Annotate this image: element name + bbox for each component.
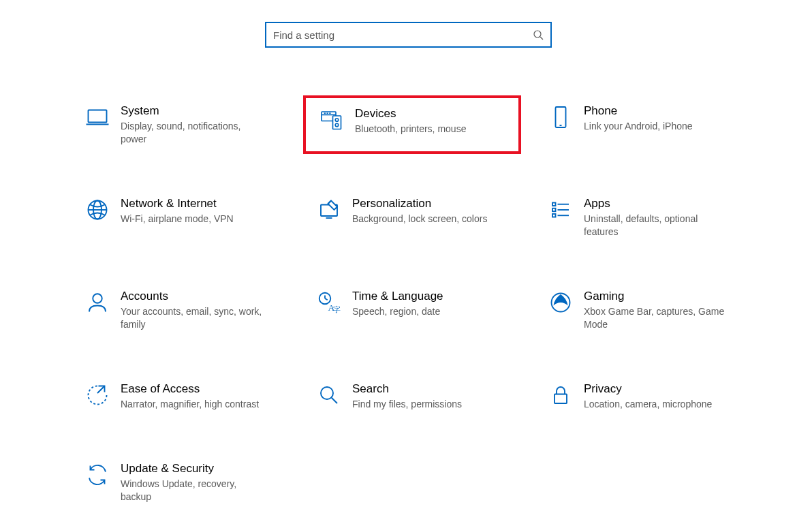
tile-personalization[interactable]: Personalization Background, lock screen,… [303, 188, 521, 247]
tile-desc: Display, sound, notifications, power [121, 120, 264, 146]
tile-system[interactable]: System Display, sound, notifications, po… [72, 95, 290, 154]
gaming-icon [542, 289, 580, 315]
tile-title: Ease of Access [121, 382, 281, 397]
tile-title: Time & Language [352, 289, 513, 304]
tile-accounts[interactable]: Accounts Your accounts, email, sync, wor… [72, 281, 290, 339]
tile-desc: Background, lock screen, colors [352, 213, 495, 226]
settings-grid: System Display, sound, notifications, po… [72, 95, 753, 511]
ease-of-access-icon [78, 382, 116, 407]
tile-update-security[interactable]: Update & Security Windows Update, recove… [72, 453, 290, 511]
tile-title: Accounts [121, 289, 281, 304]
svg-rect-24 [552, 214, 556, 217]
time-language-icon: A 字 [310, 289, 348, 315]
search-bar[interactable] [265, 22, 552, 48]
svg-rect-2 [89, 110, 107, 123]
svg-point-34 [321, 387, 333, 399]
svg-line-33 [97, 386, 105, 394]
tile-gaming[interactable]: Gaming Xbox Game Bar, captures, Game Mod… [535, 281, 753, 339]
svg-rect-20 [552, 203, 556, 206]
tile-desc: Find my files, permissions [352, 398, 495, 411]
tile-apps[interactable]: Apps Uninstall, defaults, optional featu… [535, 188, 753, 247]
tile-devices[interactable]: Devices Bluetooth, printers, mouse [303, 95, 521, 154]
svg-point-0 [534, 31, 541, 37]
tile-desc: Uninstall, defaults, optional features [584, 213, 727, 238]
tile-title: Devices [355, 106, 510, 121]
tile-desc: Bluetooth, printers, mouse [355, 123, 498, 136]
tile-title: Search [352, 382, 513, 397]
svg-line-1 [540, 37, 543, 40]
search-input[interactable] [273, 29, 533, 41]
tile-phone[interactable]: Phone Link your Android, iPhone [535, 95, 753, 154]
magnifier-icon [310, 382, 348, 407]
update-icon [78, 461, 116, 487]
tile-title: Personalization [352, 196, 513, 211]
tile-desc: Windows Update, recovery, backup [121, 478, 264, 504]
system-icon [78, 104, 116, 129]
tile-desc: Location, camera, microphone [584, 398, 727, 411]
tile-privacy[interactable]: Privacy Location, camera, microphone [535, 373, 753, 419]
tile-desc: Narrator, magnifier, high contrast [121, 398, 264, 411]
tile-ease-of-access[interactable]: Ease of Access Narrator, magnifier, high… [72, 373, 290, 419]
devices-icon [313, 106, 351, 132]
tile-time-language[interactable]: A 字 Time & Language Speech, region, date [303, 281, 521, 339]
svg-text:字: 字 [333, 305, 341, 313]
phone-icon [542, 104, 580, 129]
tile-desc: Speech, region, date [352, 305, 495, 318]
svg-rect-12 [556, 107, 566, 127]
tile-network[interactable]: Network & Internet Wi-Fi, airplane mode,… [72, 188, 290, 247]
svg-rect-36 [555, 394, 567, 404]
svg-rect-22 [552, 208, 556, 212]
svg-line-35 [332, 398, 337, 403]
tile-title: Apps [584, 196, 745, 211]
tile-title: System [121, 104, 281, 119]
tile-title: Gaming [584, 289, 745, 304]
apps-icon [542, 196, 580, 222]
personalization-icon [310, 196, 348, 222]
lock-icon [542, 382, 580, 407]
svg-point-26 [93, 294, 102, 303]
tile-desc: Link your Android, iPhone [584, 120, 727, 133]
tile-search[interactable]: Search Find my files, permissions [303, 373, 521, 419]
tile-title: Privacy [584, 382, 745, 397]
svg-line-29 [325, 298, 328, 300]
globe-icon [78, 196, 116, 222]
tile-title: Update & Security [121, 461, 281, 476]
accounts-icon [78, 289, 116, 315]
tile-desc: Your accounts, email, sync, work, family [121, 305, 264, 331]
search-icon [533, 29, 544, 40]
tile-title: Network & Internet [121, 196, 281, 211]
tile-title: Phone [584, 104, 745, 119]
tile-desc: Wi-Fi, airplane mode, VPN [121, 213, 264, 226]
tile-desc: Xbox Game Bar, captures, Game Mode [584, 305, 727, 331]
